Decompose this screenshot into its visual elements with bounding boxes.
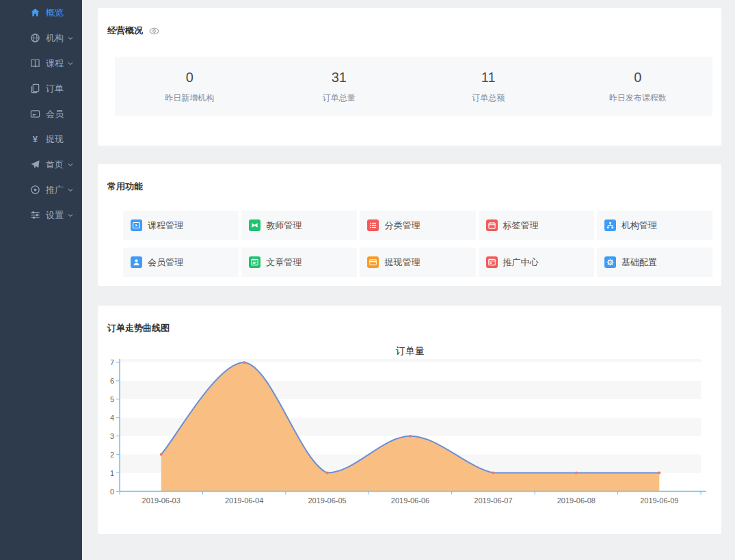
quick-item-teacher[interactable]: 教师管理 <box>241 211 357 240</box>
order-file-icon <box>30 83 40 94</box>
sidebar-item-order[interactable]: 订单 <box>0 76 82 101</box>
bankcard-icon <box>367 256 379 268</box>
y-tick-label: 0 <box>110 488 114 496</box>
eye-icon[interactable] <box>149 27 159 35</box>
person-icon <box>131 256 142 268</box>
sidebar-item-withdraw[interactable]: ¥ 提现 <box>0 126 82 152</box>
stat-label: 昨日发布课程数 <box>609 92 667 104</box>
quick-item-withdraw[interactable]: 提现管理 <box>360 248 475 277</box>
sidebar-item-org[interactable]: 机构 <box>0 25 82 51</box>
y-tick-label: 5 <box>110 395 114 403</box>
sidebar-item-home[interactable]: 首页 <box>0 152 82 177</box>
chevron-down-icon <box>67 60 74 67</box>
y-tick-label: 3 <box>110 432 114 440</box>
tag-calendar-icon <box>486 219 498 231</box>
teacher-icon <box>249 219 260 231</box>
quick-item-tag[interactable]: 标签管理 <box>479 211 594 240</box>
x-tick-label: 2019-06-05 <box>308 496 346 505</box>
sidebar-item-label: 提现 <box>46 133 64 146</box>
compass-icon <box>30 185 40 195</box>
data-point-marker <box>160 453 163 456</box>
data-point-marker <box>658 472 660 475</box>
sidebar-item-label: 设置 <box>46 209 64 222</box>
sidebar-item-label: 机构 <box>46 32 64 44</box>
chevron-down-icon <box>67 161 74 168</box>
quick-item-category[interactable]: 分类管理 <box>360 211 475 240</box>
sidebar-item-label: 首页 <box>46 159 64 171</box>
sidebar-item-label: 会员 <box>46 108 64 120</box>
data-point-marker <box>243 361 245 364</box>
y-tick-label: 1 <box>110 469 114 477</box>
x-tick-label: 2019-06-04 <box>225 496 263 505</box>
sidebar-item-overview[interactable]: 概览 <box>0 0 82 25</box>
article-icon <box>249 256 260 268</box>
org-tree-icon <box>604 219 616 231</box>
quick-item-label: 分类管理 <box>384 219 420 232</box>
quick-item-label: 推广中心 <box>503 256 539 269</box>
svg-text:¥: ¥ <box>33 134 38 144</box>
data-point-marker <box>326 472 329 475</box>
stats-box: 0 昨日新增机构 31 订单总量 11 订单总额 0 昨日发布课程数 <box>115 57 712 116</box>
quick-grid: 课程管理 教师管理 分类管理 标签管理 机构管理 会员管理 文章管理 <box>123 211 712 277</box>
quick-item-label: 机构管理 <box>622 219 657 232</box>
stat-label: 订单总额 <box>472 92 505 104</box>
quick-item-promo[interactable]: 推广中心 <box>479 248 594 277</box>
stat-value: 31 <box>332 70 347 85</box>
x-tick-label: 2019-06-03 <box>142 496 181 505</box>
y-tick-label: 7 <box>110 358 114 366</box>
order-trend-card: 订单走势曲线图 012345672019-06-032019-06-042019… <box>98 306 721 534</box>
quick-item-label: 课程管理 <box>148 219 183 232</box>
overview-title-row: 经营概况 <box>107 25 159 37</box>
quick-item-org[interactable]: 机构管理 <box>597 211 712 240</box>
x-tick-label: 2019-06-07 <box>474 496 512 505</box>
stat-value: 0 <box>186 70 193 85</box>
gear-icon <box>604 256 616 268</box>
chevron-down-icon <box>67 35 74 42</box>
quick-title: 常用功能 <box>107 181 143 193</box>
chart-title: 订单量 <box>395 345 425 356</box>
quick-item-member[interactable]: 会员管理 <box>123 248 239 277</box>
stat-value: 0 <box>634 70 641 85</box>
sliders-icon <box>30 210 40 220</box>
browser-icon <box>486 256 498 268</box>
category-list-icon <box>367 219 379 231</box>
stat-label: 昨日新增机构 <box>165 92 214 104</box>
quick-item-course[interactable]: 课程管理 <box>123 211 239 240</box>
x-tick-label: 2019-06-08 <box>557 496 596 505</box>
sidebar-item-label: 订单 <box>46 83 64 95</box>
quick-item-config[interactable]: 基础配置 <box>597 248 712 277</box>
quick-item-label: 会员管理 <box>148 256 183 269</box>
globe-icon <box>30 33 40 43</box>
quick-item-label: 文章管理 <box>266 256 302 269</box>
quick-item-article[interactable]: 文章管理 <box>241 248 357 277</box>
quick-title-row: 常用功能 <box>107 181 143 193</box>
stat-item: 0 昨日发布课程数 <box>563 57 713 116</box>
y-tick-label: 2 <box>110 451 114 459</box>
chevron-down-icon <box>67 212 74 219</box>
sidebar-item-course[interactable]: 课程 <box>0 51 82 76</box>
stat-item: 0 昨日新增机构 <box>115 57 265 116</box>
quick-functions-card: 常用功能 课程管理 教师管理 分类管理 标签管理 机构管理 会员管理 <box>98 164 721 286</box>
sidebar-item-member[interactable]: 会员 <box>0 101 82 126</box>
stat-item: 11 订单总额 <box>414 57 563 116</box>
send-icon <box>30 159 40 170</box>
x-tick-label: 2019-06-09 <box>640 496 678 505</box>
quick-item-label: 标签管理 <box>503 219 539 232</box>
sidebar-item-label: 课程 <box>46 57 64 70</box>
book-icon <box>30 58 40 68</box>
sidebar-item-label: 推广 <box>46 184 64 196</box>
quick-item-label: 基础配置 <box>622 256 657 269</box>
sidebar-item-settings[interactable]: 设置 <box>0 202 82 228</box>
y-tick-label: 4 <box>110 414 114 422</box>
sidebar: 概览 机构 课程 订单 会员 ¥ 提现 首页 推广 设置 <box>0 0 82 560</box>
data-point-marker <box>409 435 412 438</box>
order-trend-chart: 012345672019-06-032019-06-042019-06-0520… <box>98 333 721 534</box>
dashboard-icon <box>30 8 40 18</box>
business-overview-card: 经营概况 0 昨日新增机构 31 订单总量 11 订单总额 0 昨日发布课程数 <box>98 8 721 146</box>
stat-label: 订单总量 <box>323 92 356 104</box>
y-tick-label: 6 <box>110 377 114 385</box>
member-card-icon <box>30 109 40 119</box>
overview-title: 经营概况 <box>107 25 143 37</box>
sidebar-item-promotion[interactable]: 推广 <box>0 177 82 202</box>
quick-item-label: 提现管理 <box>384 256 420 269</box>
